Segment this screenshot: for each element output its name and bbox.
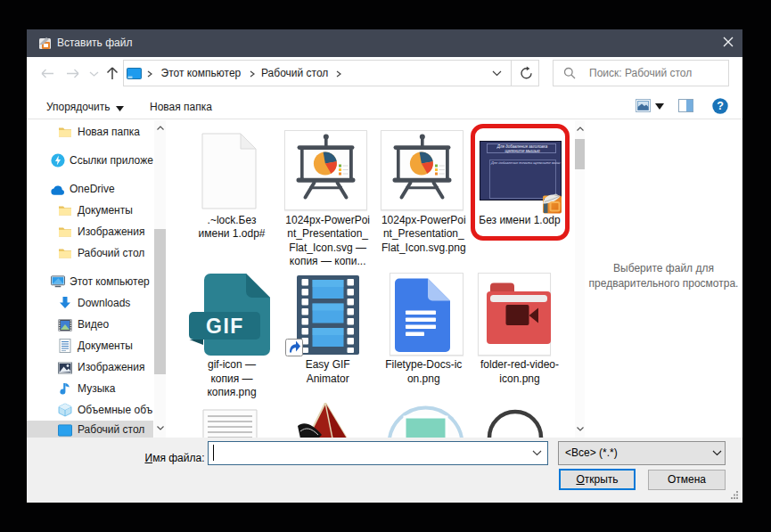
svg-text:?: ?	[717, 100, 724, 112]
svg-text:GIF: GIF	[206, 315, 244, 338]
